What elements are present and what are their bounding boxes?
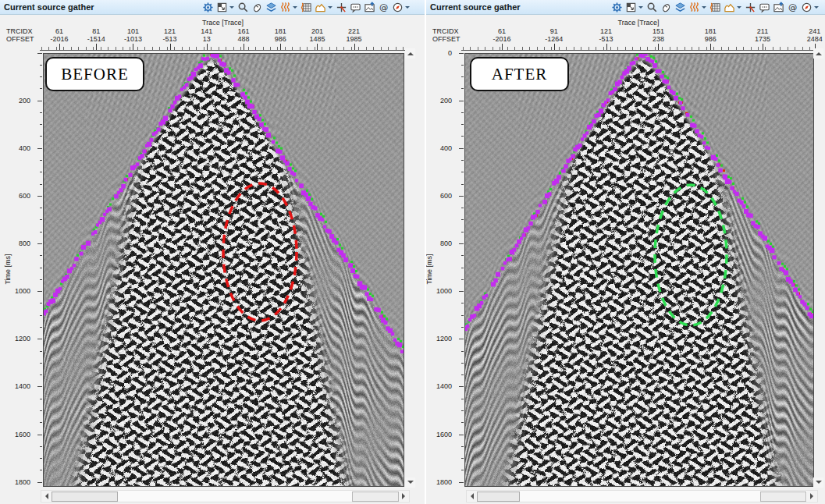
settings-gear-icon[interactable]: [201, 1, 214, 13]
svg-text:@: @: [788, 2, 796, 12]
vertical-scroll-up-button[interactable]: [405, 48, 415, 59]
seismic-view[interactable]: [464, 53, 814, 487]
time-tick: [461, 303, 464, 303]
time-tick: [459, 435, 464, 435]
trcidx-tick-label: 151: [653, 27, 664, 35]
time-tick-label: 200: [0, 97, 30, 105]
dropdown-caret-icon[interactable]: [814, 6, 819, 11]
window-title: Current source gather: [426, 2, 521, 12]
trcidx-axis-label: TRCIDX: [432, 27, 459, 35]
time-tick: [40, 184, 42, 185]
scroll-left-button[interactable]: [41, 491, 52, 501]
dropdown-caret-icon[interactable]: [737, 6, 741, 11]
scrollbar-end-block[interactable]: [352, 492, 399, 502]
wiggle-display-icon[interactable]: [688, 1, 700, 13]
dropdown-caret-icon[interactable]: [405, 6, 410, 11]
compass-tool-icon[interactable]: [800, 1, 813, 13]
layers-icon[interactable]: [674, 1, 686, 13]
dropdown-caret-icon[interactable]: [638, 6, 643, 11]
vertical-scroll-down-button[interactable]: [405, 477, 415, 488]
time-tick: [459, 53, 464, 54]
crosshair-pick-icon[interactable]: [744, 1, 756, 13]
export-image-icon[interactable]: [772, 1, 784, 13]
horizontal-scrollbar[interactable]: [41, 490, 410, 502]
zoom-icon[interactable]: [645, 1, 658, 13]
dropdown-caret-icon[interactable]: [293, 6, 297, 11]
trace-ruler: [40, 43, 406, 51]
time-tick: [40, 446, 42, 447]
seismic-view[interactable]: [43, 53, 404, 487]
time-tick-label: 600: [0, 192, 30, 200]
scrollbar-end-block[interactable]: [760, 492, 806, 502]
time-tick: [459, 101, 464, 101]
time-tick: [40, 422, 42, 423]
trcidx-tick-label: 121: [164, 27, 176, 35]
time-tick-label: 800: [426, 240, 452, 247]
window-layout-icon[interactable]: [215, 1, 228, 13]
time-tick: [461, 279, 464, 280]
offset-tick-label: -513: [163, 35, 177, 43]
time-tick: [40, 315, 42, 316]
time-tick-label: 1400: [0, 382, 30, 390]
time-tick: [40, 136, 42, 137]
time-tick: [37, 196, 42, 197]
trcidx-tick-label: 141: [201, 27, 212, 35]
trace-table-icon[interactable]: [300, 1, 312, 13]
dropdown-caret-icon[interactable]: [229, 6, 234, 11]
zoom-icon[interactable]: [236, 1, 249, 13]
time-tick-label: 1200: [0, 335, 30, 343]
compass-tool-icon[interactable]: [391, 1, 404, 13]
at-annotation-icon[interactable]: @: [377, 1, 389, 13]
offset-tick-label: -2016: [493, 35, 510, 43]
crosshair-pick-icon[interactable]: [335, 1, 347, 13]
mouse-tool-icon[interactable]: [251, 1, 263, 13]
dropdown-caret-icon[interactable]: [328, 6, 332, 11]
gather-window-before: Current source gather @ Trace [Trace] TR…: [0, 0, 425, 504]
layers-icon[interactable]: [265, 1, 277, 13]
time-tick-label: 1600: [0, 431, 30, 438]
scroll-right-button[interactable]: [399, 491, 409, 501]
vertical-scroll-up-button[interactable]: [813, 48, 823, 59]
export-image-icon[interactable]: [363, 1, 375, 13]
offset-tick-label: 986: [275, 35, 286, 43]
dropdown-caret-icon[interactable]: [702, 6, 706, 11]
window-title: Current source gather: [0, 2, 94, 12]
horizontal-scrollbar[interactable]: [466, 490, 818, 502]
comment-icon[interactable]: [758, 1, 770, 13]
time-tick-label: 1800: [0, 478, 30, 486]
time-tick: [461, 76, 464, 77]
time-tick: [461, 374, 464, 375]
histogram-icon[interactable]: [723, 1, 735, 13]
histogram-icon[interactable]: [314, 1, 326, 13]
time-tick: [461, 399, 464, 399]
time-tick: [461, 410, 464, 411]
time-tick: [40, 124, 42, 125]
time-tick-label: 1000: [0, 287, 30, 295]
time-tick-label: 400: [426, 144, 452, 152]
time-tick: [37, 53, 42, 54]
scroll-right-button[interactable]: [807, 491, 817, 501]
after-label-box: AFTER: [470, 57, 569, 91]
time-tick: [461, 446, 464, 447]
time-tick: [461, 422, 464, 423]
vertical-scroll-down-button[interactable]: [813, 477, 823, 488]
scroll-left-button[interactable]: [467, 491, 477, 501]
wiggle-display-icon[interactable]: [279, 1, 291, 13]
offset-axis-label: OFFSET: [6, 35, 34, 43]
time-tick: [461, 112, 464, 113]
offset-axis-label: OFFSET: [432, 35, 461, 43]
time-tick-label: 200: [426, 97, 452, 105]
gather-window-after: Current source gather @ Trace [Trace] TR…: [426, 0, 825, 504]
time-tick: [37, 386, 42, 387]
scrollbar-thumb[interactable]: [477, 492, 520, 502]
comment-icon[interactable]: [349, 1, 361, 13]
offset-tick-label: -2016: [50, 35, 68, 43]
at-annotation-icon[interactable]: @: [786, 1, 798, 13]
time-tick: [461, 208, 464, 208]
settings-gear-icon[interactable]: [610, 1, 623, 13]
time-tick-label: 400: [0, 144, 30, 152]
mouse-tool-icon[interactable]: [660, 1, 672, 13]
scrollbar-thumb[interactable]: [52, 492, 118, 502]
trace-table-icon[interactable]: [709, 1, 721, 13]
window-layout-icon[interactable]: [624, 1, 637, 13]
